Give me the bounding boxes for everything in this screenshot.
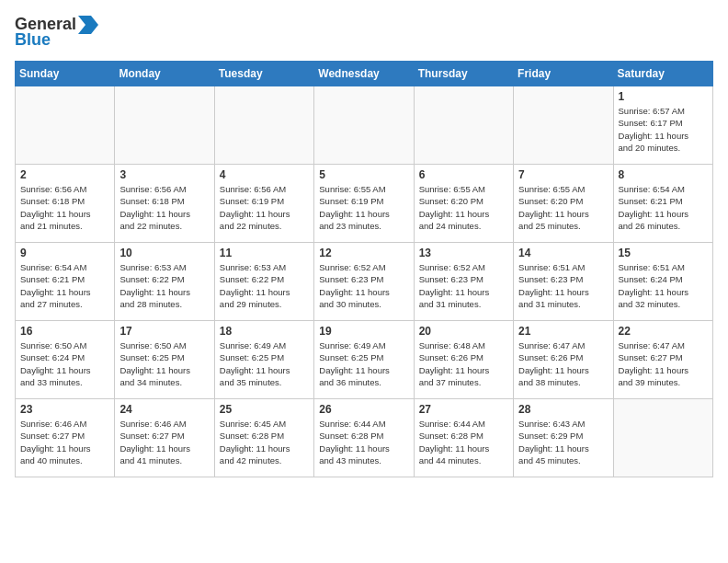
- col-header-tuesday: Tuesday: [214, 62, 313, 86]
- day-number: 21: [518, 325, 608, 338]
- week-row-5: 23Sunrise: 6:46 AM Sunset: 6:27 PM Dayli…: [16, 399, 713, 477]
- calendar-cell: 16Sunrise: 6:50 AM Sunset: 6:24 PM Dayli…: [16, 321, 115, 399]
- col-header-monday: Monday: [115, 62, 214, 86]
- day-info: Sunrise: 6:56 AM Sunset: 6:19 PM Dayligh…: [220, 183, 309, 232]
- calendar-cell: 26Sunrise: 6:44 AM Sunset: 6:28 PM Dayli…: [314, 399, 414, 477]
- header: General Blue: [15, 15, 713, 50]
- calendar-header-row: SundayMondayTuesdayWednesdayThursdayFrid…: [16, 62, 713, 86]
- calendar-cell: 23Sunrise: 6:46 AM Sunset: 6:27 PM Dayli…: [16, 399, 115, 477]
- calendar-cell: 25Sunrise: 6:45 AM Sunset: 6:28 PM Dayli…: [214, 399, 313, 477]
- day-info: Sunrise: 6:56 AM Sunset: 6:18 PM Dayligh…: [119, 183, 209, 232]
- calendar-cell: [314, 86, 414, 165]
- week-row-1: 1Sunrise: 6:57 AM Sunset: 6:17 PM Daylig…: [16, 86, 713, 165]
- day-info: Sunrise: 6:44 AM Sunset: 6:28 PM Dayligh…: [419, 418, 508, 466]
- day-number: 23: [20, 403, 109, 416]
- day-info: Sunrise: 6:51 AM Sunset: 6:23 PM Dayligh…: [518, 261, 608, 310]
- day-info: Sunrise: 6:53 AM Sunset: 6:22 PM Dayligh…: [119, 261, 209, 310]
- day-number: 8: [619, 168, 708, 181]
- week-row-2: 2Sunrise: 6:56 AM Sunset: 6:18 PM Daylig…: [16, 165, 713, 243]
- day-info: Sunrise: 6:44 AM Sunset: 6:28 PM Dayligh…: [319, 418, 408, 466]
- day-info: Sunrise: 6:52 AM Sunset: 6:23 PM Dayligh…: [319, 261, 408, 310]
- col-header-friday: Friday: [514, 62, 613, 86]
- day-number: 18: [220, 325, 309, 338]
- col-header-saturday: Saturday: [613, 62, 712, 86]
- day-number: 12: [319, 247, 408, 259]
- calendar-cell: 6Sunrise: 6:55 AM Sunset: 6:20 PM Daylig…: [414, 165, 513, 243]
- day-number: 27: [419, 403, 508, 416]
- calendar-cell: 3Sunrise: 6:56 AM Sunset: 6:18 PM Daylig…: [115, 165, 214, 243]
- day-info: Sunrise: 6:57 AM Sunset: 6:17 PM Dayligh…: [619, 105, 708, 154]
- day-number: 16: [20, 325, 109, 338]
- day-info: Sunrise: 6:50 AM Sunset: 6:25 PM Dayligh…: [119, 339, 209, 388]
- calendar-cell: 21Sunrise: 6:47 AM Sunset: 6:26 PM Dayli…: [514, 321, 613, 399]
- calendar-cell: 20Sunrise: 6:48 AM Sunset: 6:26 PM Dayli…: [414, 321, 513, 399]
- day-info: Sunrise: 6:50 AM Sunset: 6:24 PM Dayligh…: [20, 339, 109, 388]
- day-info: Sunrise: 6:55 AM Sunset: 6:20 PM Dayligh…: [518, 183, 608, 232]
- calendar-cell: [414, 86, 513, 165]
- week-row-4: 16Sunrise: 6:50 AM Sunset: 6:24 PM Dayli…: [16, 321, 713, 399]
- day-number: 22: [619, 325, 708, 338]
- day-info: Sunrise: 6:47 AM Sunset: 6:27 PM Dayligh…: [619, 339, 708, 388]
- day-number: 17: [119, 325, 209, 338]
- day-info: Sunrise: 6:46 AM Sunset: 6:27 PM Dayligh…: [20, 418, 109, 466]
- calendar-cell: [514, 86, 613, 165]
- calendar-cell: 1Sunrise: 6:57 AM Sunset: 6:17 PM Daylig…: [613, 86, 712, 165]
- day-number: 15: [619, 247, 708, 259]
- day-number: 3: [119, 168, 209, 181]
- calendar-cell: [16, 86, 115, 165]
- calendar-cell: 12Sunrise: 6:52 AM Sunset: 6:23 PM Dayli…: [314, 243, 414, 321]
- calendar-cell: 22Sunrise: 6:47 AM Sunset: 6:27 PM Dayli…: [613, 321, 712, 399]
- logo-blue: Blue: [15, 30, 51, 50]
- calendar-cell: 24Sunrise: 6:46 AM Sunset: 6:27 PM Dayli…: [115, 399, 214, 477]
- day-number: 7: [518, 168, 608, 181]
- day-number: 25: [220, 403, 309, 416]
- day-number: 28: [518, 403, 608, 416]
- calendar-cell: 8Sunrise: 6:54 AM Sunset: 6:21 PM Daylig…: [613, 165, 712, 243]
- day-info: Sunrise: 6:51 AM Sunset: 6:24 PM Dayligh…: [619, 261, 708, 310]
- day-info: Sunrise: 6:54 AM Sunset: 6:21 PM Dayligh…: [20, 261, 109, 310]
- calendar-cell: 17Sunrise: 6:50 AM Sunset: 6:25 PM Dayli…: [115, 321, 214, 399]
- day-number: 13: [419, 247, 508, 259]
- col-header-wednesday: Wednesday: [314, 62, 414, 86]
- calendar-cell: 9Sunrise: 6:54 AM Sunset: 6:21 PM Daylig…: [16, 243, 115, 321]
- logo: General Blue: [15, 15, 98, 50]
- calendar-cell: 7Sunrise: 6:55 AM Sunset: 6:20 PM Daylig…: [514, 165, 613, 243]
- calendar-cell: 4Sunrise: 6:56 AM Sunset: 6:19 PM Daylig…: [214, 165, 313, 243]
- calendar-cell: 15Sunrise: 6:51 AM Sunset: 6:24 PM Dayli…: [613, 243, 712, 321]
- day-number: 9: [20, 247, 109, 259]
- day-info: Sunrise: 6:46 AM Sunset: 6:27 PM Dayligh…: [119, 418, 209, 466]
- day-number: 26: [319, 403, 408, 416]
- svg-marker-0: [78, 16, 98, 34]
- calendar-cell: 14Sunrise: 6:51 AM Sunset: 6:23 PM Dayli…: [514, 243, 613, 321]
- day-info: Sunrise: 6:45 AM Sunset: 6:28 PM Dayligh…: [220, 418, 309, 466]
- day-number: 1: [619, 90, 708, 103]
- day-info: Sunrise: 6:55 AM Sunset: 6:20 PM Dayligh…: [419, 183, 508, 232]
- day-number: 11: [220, 247, 309, 259]
- calendar-cell: [115, 86, 214, 165]
- day-info: Sunrise: 6:43 AM Sunset: 6:29 PM Dayligh…: [518, 418, 608, 466]
- day-info: Sunrise: 6:55 AM Sunset: 6:19 PM Dayligh…: [319, 183, 408, 232]
- day-number: 14: [518, 247, 608, 259]
- calendar-cell: [613, 399, 712, 477]
- day-info: Sunrise: 6:47 AM Sunset: 6:26 PM Dayligh…: [518, 339, 608, 388]
- calendar: SundayMondayTuesdayWednesdayThursdayFrid…: [15, 61, 713, 477]
- calendar-cell: [214, 86, 313, 165]
- day-number: 10: [119, 247, 209, 259]
- day-info: Sunrise: 6:54 AM Sunset: 6:21 PM Dayligh…: [619, 183, 708, 232]
- day-number: 6: [419, 168, 508, 181]
- day-number: 20: [419, 325, 508, 338]
- week-row-3: 9Sunrise: 6:54 AM Sunset: 6:21 PM Daylig…: [16, 243, 713, 321]
- day-number: 2: [20, 168, 109, 181]
- logo-arrow-icon: [78, 16, 98, 34]
- calendar-cell: 11Sunrise: 6:53 AM Sunset: 6:22 PM Dayli…: [214, 243, 313, 321]
- day-info: Sunrise: 6:49 AM Sunset: 6:25 PM Dayligh…: [220, 339, 309, 388]
- col-header-sunday: Sunday: [16, 62, 115, 86]
- calendar-cell: 19Sunrise: 6:49 AM Sunset: 6:25 PM Dayli…: [314, 321, 414, 399]
- day-info: Sunrise: 6:49 AM Sunset: 6:25 PM Dayligh…: [319, 339, 408, 388]
- day-number: 19: [319, 325, 408, 338]
- calendar-cell: 2Sunrise: 6:56 AM Sunset: 6:18 PM Daylig…: [16, 165, 115, 243]
- day-number: 24: [119, 403, 209, 416]
- calendar-cell: 13Sunrise: 6:52 AM Sunset: 6:23 PM Dayli…: [414, 243, 513, 321]
- day-number: 4: [220, 168, 309, 181]
- col-header-thursday: Thursday: [414, 62, 513, 86]
